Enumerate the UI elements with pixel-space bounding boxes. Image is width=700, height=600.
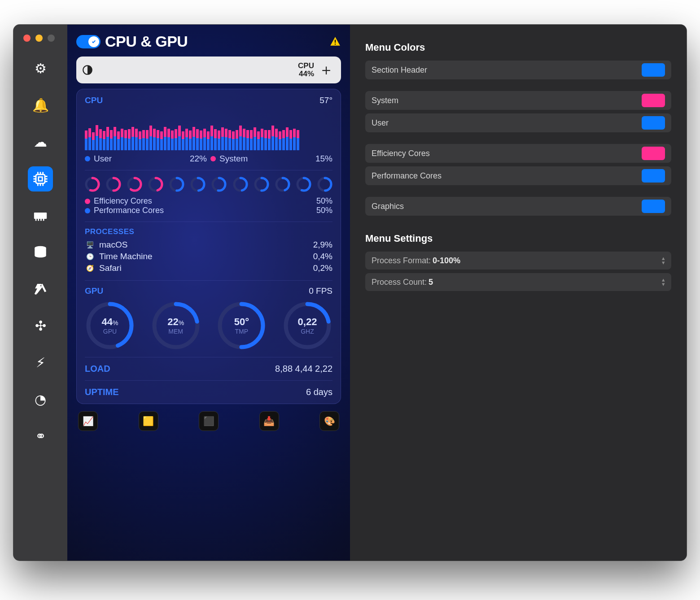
process-count-label: Process Count: — [372, 278, 427, 287]
sidebar-item-clock[interactable]: ◔ — [28, 387, 53, 412]
color-swatch[interactable] — [642, 147, 665, 160]
app-shortcut[interactable]: ⬛ — [199, 411, 219, 431]
sidebar-item-cpu-gpu[interactable] — [28, 166, 53, 191]
sidebar-item-disk[interactable] — [28, 240, 53, 265]
legend-user-value: 22% — [190, 154, 207, 164]
gear-icon: ⚙︎ — [33, 61, 48, 76]
color-row[interactable]: System — [365, 91, 671, 110]
core-donut — [148, 177, 163, 192]
sidebar-item-network[interactable] — [28, 277, 53, 302]
core-donut — [169, 177, 184, 192]
chevron-updown-icon: ▴▾ — [662, 278, 665, 287]
color-row[interactable]: Graphics — [365, 197, 671, 216]
svg-rect-16 — [38, 219, 39, 221]
chip-icon — [33, 171, 48, 187]
process-row: 🧭 Safari 0,2% — [85, 262, 332, 274]
color-row-label: Performance Cores — [372, 171, 442, 181]
gpu-gauges-row: 44%GPU 22%MEM 50°TMP 0,22GHZ — [85, 300, 332, 351]
window-controls — [23, 35, 55, 42]
gpu-fps: 0 FPS — [309, 286, 332, 296]
core-donut — [106, 177, 121, 192]
linked-circles-icon: ⚭ — [33, 429, 48, 444]
color-row-label: User — [372, 118, 389, 128]
cpu-card: CPU 57° User22% System15% — [76, 89, 341, 404]
minimize-window-button[interactable] — [35, 35, 43, 42]
module-enable-toggle[interactable] — [76, 35, 101, 48]
sidebar-item-memory[interactable] — [28, 203, 53, 228]
process-cpu-value: 0,2% — [313, 263, 332, 273]
process-format-select[interactable]: Process Format: 0-100% ▴▾ — [365, 252, 671, 270]
color-swatch[interactable] — [642, 200, 665, 213]
legend-user-label: User — [94, 154, 112, 164]
app-window: ⚙︎ 🔔 ☁︎ ✣ ⚡︎ ◔ ⚭ CPU & GPU — [13, 25, 687, 561]
legend-dot-eff — [85, 199, 90, 204]
sidebar-item-fans[interactable]: ✣ — [28, 313, 53, 339]
load-label: LOAD — [85, 364, 110, 374]
title-bar: CPU & GPU — [76, 33, 341, 50]
color-row-label: System — [372, 96, 398, 105]
legend-system-value: 15% — [315, 154, 332, 164]
core-donuts-row — [85, 170, 332, 192]
sidebar-item-weather[interactable]: ☁︎ — [28, 130, 53, 155]
color-row[interactable]: Efficiency Cores — [365, 144, 671, 163]
svg-rect-1 — [39, 177, 43, 181]
color-swatch[interactable] — [642, 116, 665, 130]
svg-rect-17 — [40, 219, 42, 221]
eff-cores-value: 50% — [316, 196, 332, 206]
legend-dot-user — [85, 156, 90, 161]
main-panel: CPU & GPU CPU 44% ＋ CPU 57° User22% Syst… — [67, 25, 350, 561]
fan-icon: ✣ — [33, 318, 48, 334]
menubar-preview[interactable]: CPU 44% ＋ — [76, 57, 341, 83]
add-menubar-item-button[interactable]: ＋ — [317, 60, 336, 80]
process-app-icon: 🧭 — [85, 263, 95, 273]
color-row[interactable]: Performance Cores — [365, 166, 671, 185]
app-shortcut[interactable]: 📥 — [259, 411, 279, 431]
app-shortcut[interactable]: 🟨 — [139, 411, 158, 431]
sidebar-item-combined[interactable]: ⚭ — [28, 424, 53, 449]
bell-icon: 🔔 — [33, 98, 48, 113]
menu-settings-header: Menu Settings — [365, 233, 671, 244]
process-count-select[interactable]: Process Count: 5 ▴▾ — [365, 273, 671, 291]
color-row-label: Efficiency Cores — [372, 149, 430, 158]
app-shortcut[interactable]: 🎨 — [319, 411, 339, 431]
process-format-label: Process Format: — [372, 256, 431, 265]
sidebar: ⚙︎ 🔔 ☁︎ ✣ ⚡︎ ◔ ⚭ — [13, 25, 67, 561]
core-donut — [254, 177, 269, 192]
chevron-updown-icon: ▴▾ — [662, 256, 665, 265]
color-swatch[interactable] — [642, 169, 665, 183]
menubar-cpu-value: 44% — [298, 70, 314, 78]
process-format-value: 0-100% — [433, 256, 460, 265]
core-donut — [190, 177, 206, 192]
close-window-button[interactable] — [23, 35, 31, 42]
color-row[interactable]: Section Header — [365, 61, 671, 79]
settings-panel: Menu Colors Section Header System User E… — [350, 25, 687, 561]
sidebar-item-power[interactable]: ⚡︎ — [28, 350, 53, 375]
gpu-gauge-tmp: 50°TMP — [216, 300, 267, 351]
core-donut — [317, 177, 332, 192]
core-donut — [275, 177, 290, 192]
menubar-cpu-reading: CPU 44% — [298, 62, 314, 78]
check-icon — [90, 38, 97, 45]
core-donut — [296, 177, 311, 192]
app-shortcut[interactable]: 📈 — [78, 411, 98, 431]
color-swatch[interactable] — [642, 94, 665, 107]
zoom-window-button[interactable] — [48, 35, 55, 42]
core-donut — [233, 177, 248, 192]
perf-cores-label: Performance Cores — [94, 206, 164, 215]
color-row[interactable]: User — [365, 113, 671, 132]
gpu-section-label: GPU — [85, 286, 103, 296]
cpu-history-chart — [85, 108, 332, 150]
color-row-label: Graphics — [372, 202, 404, 211]
process-name: macOS — [99, 240, 127, 250]
sidebar-item-notifications[interactable]: 🔔 — [28, 93, 53, 118]
menu-colors-header: Menu Colors — [365, 42, 671, 53]
color-swatch[interactable] — [642, 63, 665, 77]
app-shortcut-rail: 📈🟨⬛📥🎨 — [76, 411, 341, 434]
svg-rect-15 — [35, 219, 37, 221]
svg-rect-18 — [43, 219, 44, 221]
sidebar-item-settings[interactable]: ⚙︎ — [28, 56, 53, 81]
svg-rect-0 — [36, 174, 45, 183]
warning-icon[interactable] — [329, 36, 341, 48]
core-donut — [211, 177, 227, 192]
cpu-temperature: 57° — [319, 96, 332, 105]
